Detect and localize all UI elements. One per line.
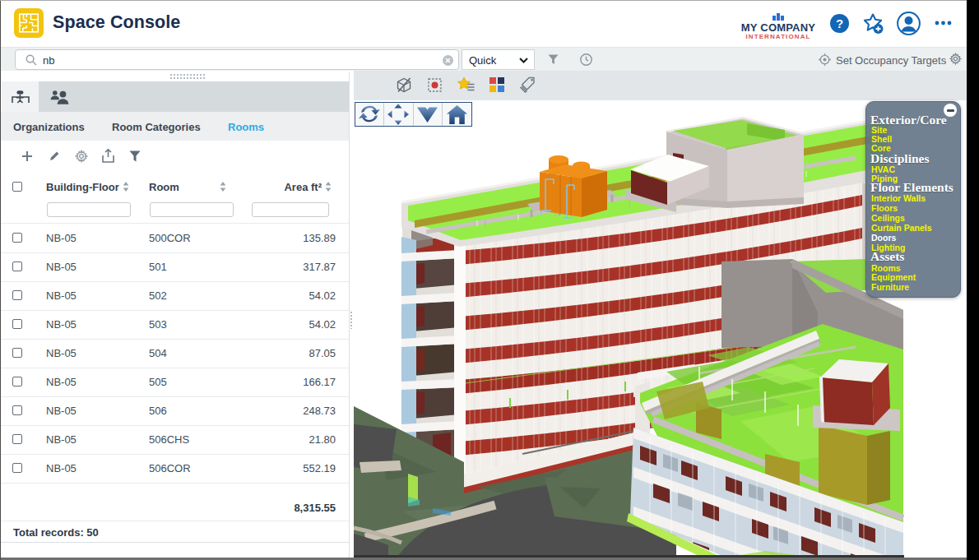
svg-text:?: ? — [836, 16, 843, 30]
